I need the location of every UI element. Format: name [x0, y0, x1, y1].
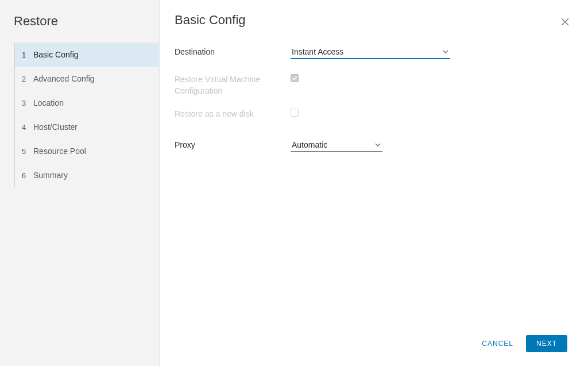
wizard-steps: 1 Basic Config 2 Advanced Config 3 Locat… — [14, 43, 159, 187]
check-icon — [292, 75, 297, 81]
proxy-select[interactable]: Automatic — [291, 138, 382, 152]
step-summary[interactable]: 6 Summary — [15, 163, 159, 187]
wizard-sidebar: Restore 1 Basic Config 2 Advanced Config… — [0, 0, 160, 366]
step-number: 6 — [22, 171, 32, 180]
sidebar-title: Restore — [0, 10, 159, 43]
close-icon — [560, 17, 570, 26]
chevron-down-icon — [374, 141, 381, 148]
step-number: 4 — [22, 123, 32, 132]
chevron-down-icon — [442, 48, 449, 55]
step-number: 3 — [22, 99, 32, 107]
next-button[interactable]: NEXT — [526, 335, 567, 352]
restore-new-disk-label: Restore as a new disk — [175, 107, 291, 120]
proxy-value: Automatic — [291, 140, 371, 149]
step-label: Basic Config — [33, 50, 79, 59]
step-location[interactable]: 3 Location — [15, 91, 159, 115]
step-advanced-config[interactable]: 2 Advanced Config — [15, 67, 159, 91]
restore-vm-config-checkbox — [291, 74, 299, 82]
destination-label: Destination — [175, 45, 291, 57]
step-label: Summary — [33, 171, 68, 180]
step-number: 1 — [22, 51, 32, 59]
close-button[interactable] — [560, 17, 570, 26]
wizard-panel: Basic Config Destination Instant Access — [160, 0, 588, 366]
destination-select[interactable]: Instant Access — [291, 45, 450, 59]
step-basic-config[interactable]: 1 Basic Config — [15, 43, 159, 67]
step-label: Location — [33, 98, 64, 107]
step-label: Resource Pool — [33, 147, 86, 156]
step-number: 5 — [22, 147, 32, 156]
step-resource-pool[interactable]: 5 Resource Pool — [15, 139, 159, 163]
step-label: Advanced Config — [33, 74, 95, 83]
destination-value: Instant Access — [291, 47, 439, 56]
step-number: 2 — [22, 75, 32, 83]
restore-vm-config-label: Restore Virtual Machine Configuration — [175, 72, 291, 97]
cancel-button[interactable]: CANCEL — [482, 340, 513, 348]
panel-title: Basic Config — [175, 13, 246, 28]
restore-new-disk-checkbox — [291, 109, 299, 117]
step-label: Host/Cluster — [33, 122, 78, 132]
proxy-label: Proxy — [175, 138, 291, 151]
step-host-cluster[interactable]: 4 Host/Cluster — [15, 115, 159, 139]
